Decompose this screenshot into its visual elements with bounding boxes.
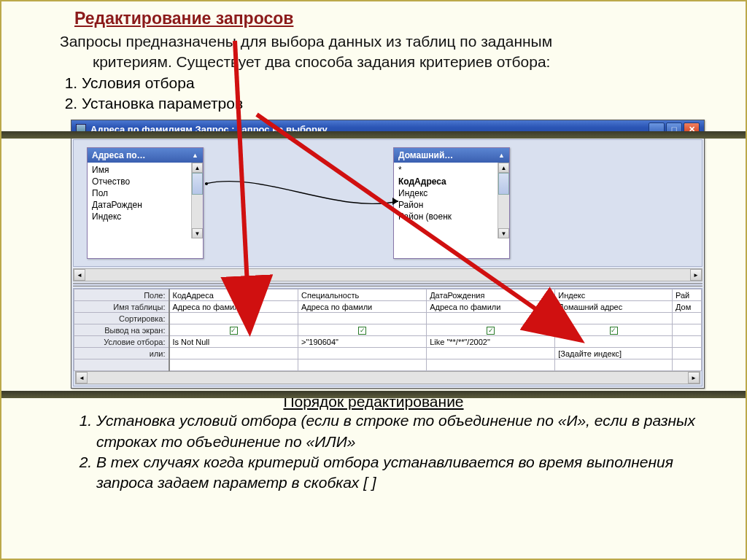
grid-label-field: Поле: bbox=[74, 289, 169, 301]
scroll-right-icon[interactable]: ► bbox=[688, 372, 700, 384]
design-hscroll[interactable]: ◄ ► bbox=[73, 268, 703, 281]
grid-cell[interactable]: Дом bbox=[673, 301, 702, 313]
field-item[interactable]: Имя bbox=[88, 164, 191, 176]
grid-hscroll[interactable]: ◄ ► bbox=[75, 371, 700, 384]
field-item[interactable]: Индекс bbox=[394, 187, 498, 199]
scroll-left-icon[interactable]: ◄ bbox=[76, 372, 88, 384]
grid-cell[interactable] bbox=[298, 313, 426, 324]
scrollbar-left[interactable]: ▲ ▼ bbox=[191, 163, 203, 238]
grid-cell[interactable]: Адреса по фамили bbox=[298, 301, 426, 313]
footer-list: Установка условий отбора (если в строке … bbox=[1, 411, 746, 493]
grid-label-criteria: Условие отбора: bbox=[74, 336, 169, 348]
grid-row-table[interactable]: Имя таблицы: Адреса по фамили Адреса по … bbox=[74, 301, 702, 313]
grid-cell[interactable] bbox=[555, 359, 673, 371]
grid-cell[interactable] bbox=[169, 359, 298, 371]
scroll-left-icon[interactable]: ◄ bbox=[74, 269, 85, 281]
grid-cell[interactable] bbox=[298, 359, 426, 371]
grid-cell-checkbox[interactable]: ✓ bbox=[298, 324, 426, 336]
scrollbar-right[interactable]: ▲ ▼ bbox=[498, 163, 509, 238]
grid-cell[interactable]: Индекс bbox=[555, 289, 673, 301]
intro-item-1: Условия отбора bbox=[82, 73, 746, 93]
grid-cell[interactable]: Специальность bbox=[298, 289, 426, 301]
field-list-left[interactable]: Имя Отчество Пол ДатаРожден Индекс bbox=[88, 163, 191, 238]
grid-row-sort[interactable]: Сортировка: bbox=[74, 313, 702, 324]
query-grid-table[interactable]: Поле: КодАдреса Специальность ДатаРожден… bbox=[74, 289, 702, 371]
intro-item-2: Установка параметров bbox=[82, 93, 746, 114]
scroll-down-icon[interactable]: ▼ bbox=[192, 228, 203, 238]
checkbox-checked-icon[interactable]: ✓ bbox=[487, 327, 495, 335]
scroll-down-icon[interactable]: ▼ bbox=[498, 228, 509, 238]
scroll-right-icon[interactable]: ► bbox=[690, 269, 702, 281]
grid-cell[interactable]: Адреса по фамили bbox=[427, 301, 555, 313]
grid-cell[interactable] bbox=[673, 348, 702, 359]
field-item[interactable]: Пол bbox=[88, 187, 191, 199]
grid-row-or[interactable]: или: [Задайте индекс] bbox=[74, 348, 702, 359]
grid-cell[interactable]: Like "**/**"/2002" bbox=[427, 336, 555, 348]
scroll-thumb[interactable] bbox=[498, 173, 509, 195]
field-item[interactable]: * bbox=[394, 164, 498, 176]
field-item-key[interactable]: КодАдреса bbox=[394, 176, 498, 187]
grid-cell[interactable]: Адреса по фамили bbox=[169, 301, 298, 313]
table-box-addresses[interactable]: Адреса по… ▲ Имя Отчество Пол ДатаРожден… bbox=[87, 147, 204, 259]
grid-cell[interactable]: Is Not Null bbox=[169, 336, 298, 348]
splitter-bar[interactable] bbox=[73, 283, 703, 287]
field-item[interactable]: Отчество bbox=[88, 176, 191, 187]
scroll-up-icon[interactable]: ▲ bbox=[192, 163, 203, 173]
grid-label-sort: Сортировка: bbox=[74, 313, 169, 324]
page-title: Редактирование запросов bbox=[1, 1, 746, 31]
checkbox-checked-icon[interactable]: ✓ bbox=[230, 327, 238, 335]
footer-item-1: Установка условий отбора (если в строке … bbox=[96, 411, 746, 452]
query-design-window: Адреса по фамилиям Запрос : запрос на вы… bbox=[71, 120, 705, 389]
grid-label-show: Вывод на экран: bbox=[74, 324, 169, 336]
chevron-up-icon[interactable]: ▲ bbox=[192, 152, 198, 159]
scroll-up-icon[interactable]: ▲ bbox=[498, 163, 509, 173]
grid-label-or: или: bbox=[74, 348, 169, 359]
field-list-right[interactable]: * КодАдреса Индекс Район Район (военк bbox=[394, 163, 498, 238]
grid-cell[interactable] bbox=[673, 336, 702, 348]
query-grid-pane[interactable]: Поле: КодАдреса Специальность ДатаРожден… bbox=[73, 288, 703, 386]
grid-cell[interactable]: [Задайте индекс] bbox=[555, 348, 673, 359]
grid-cell[interactable] bbox=[673, 359, 702, 371]
grid-cell[interactable]: >"190604" bbox=[298, 336, 426, 348]
grid-cell[interactable]: Рай bbox=[673, 289, 702, 301]
grid-label-blank bbox=[74, 359, 169, 371]
grid-row-extra[interactable] bbox=[74, 359, 702, 371]
grid-cell[interactable] bbox=[169, 313, 298, 324]
intro-line-1: Запросы предназначены для выбора данных … bbox=[60, 33, 552, 50]
table-relationship-pane[interactable]: Адреса по… ▲ Имя Отчество Пол ДатаРожден… bbox=[73, 139, 703, 267]
grid-row-field[interactable]: Поле: КодАдреса Специальность ДатаРожден… bbox=[74, 289, 702, 301]
field-item[interactable]: Район (военк bbox=[394, 211, 498, 222]
field-item[interactable]: Район bbox=[394, 199, 498, 211]
scroll-thumb[interactable] bbox=[192, 173, 203, 195]
intro-list: Условия отбора Установка параметров bbox=[1, 73, 746, 114]
grid-cell[interactable] bbox=[555, 336, 673, 348]
chevron-up-icon[interactable]: ▲ bbox=[498, 152, 505, 159]
checkbox-checked-icon[interactable]: ✓ bbox=[610, 327, 618, 335]
table-box-home[interactable]: Домашний… ▲ * КодАдреса Индекс Район Рай… bbox=[393, 147, 510, 259]
checkbox-checked-icon[interactable]: ✓ bbox=[358, 327, 366, 335]
table-title-left[interactable]: Адреса по… ▲ bbox=[88, 148, 203, 163]
grid-cell[interactable] bbox=[427, 313, 555, 324]
table-title-right[interactable]: Домашний… ▲ bbox=[394, 148, 509, 163]
decor-strip-top bbox=[1, 131, 746, 139]
footer-item-2: В тех случаях когда критерий отбора уста… bbox=[96, 452, 746, 494]
grid-cell[interactable] bbox=[427, 348, 555, 359]
grid-cell[interactable] bbox=[298, 348, 426, 359]
field-item[interactable]: ДатаРожден bbox=[88, 199, 191, 211]
grid-cell[interactable]: Домашний адрес bbox=[555, 301, 673, 313]
intro-paragraph: Запросы предназначены для выбора данных … bbox=[1, 31, 746, 73]
grid-row-show[interactable]: Вывод на экран: ✓ ✓ ✓ ✓ bbox=[74, 324, 702, 336]
grid-cell[interactable] bbox=[673, 313, 702, 324]
grid-row-criteria[interactable]: Условие отбора: Is Not Null >"190604" Li… bbox=[74, 336, 702, 348]
grid-cell-checkbox[interactable]: ✓ bbox=[169, 324, 298, 336]
grid-cell-checkbox[interactable] bbox=[673, 324, 702, 336]
table-title-right-text: Домашний… bbox=[398, 150, 453, 160]
grid-cell[interactable] bbox=[427, 359, 555, 371]
field-item[interactable]: Индекс bbox=[88, 211, 191, 222]
grid-cell[interactable] bbox=[169, 348, 298, 359]
grid-cell-checkbox[interactable]: ✓ bbox=[555, 324, 673, 336]
grid-cell[interactable]: КодАдреса bbox=[169, 289, 298, 301]
grid-cell[interactable] bbox=[555, 313, 673, 324]
grid-cell-checkbox[interactable]: ✓ bbox=[427, 324, 555, 336]
grid-cell[interactable]: ДатаРождения bbox=[427, 289, 555, 301]
